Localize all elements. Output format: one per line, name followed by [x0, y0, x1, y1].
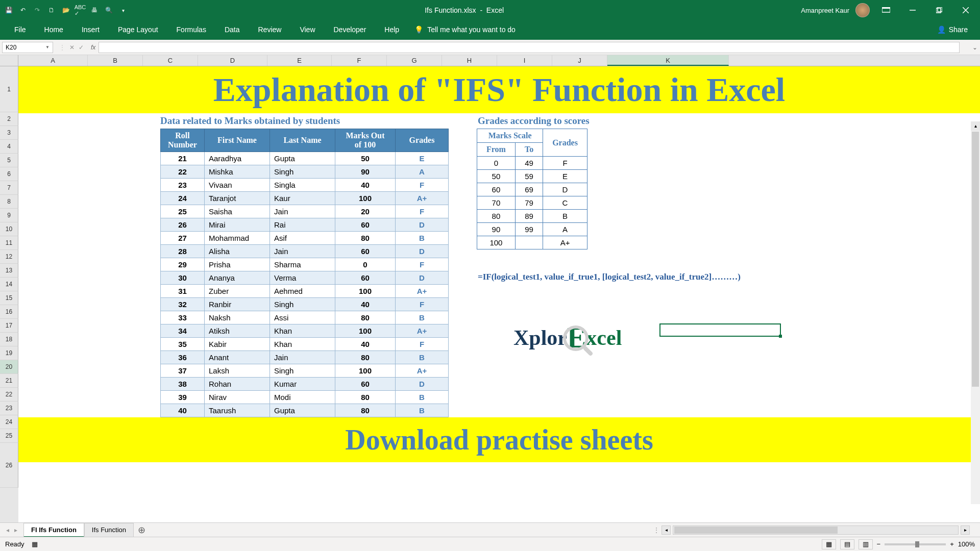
column-header-G[interactable]: G: [387, 55, 442, 66]
row-header-18[interactable]: 18: [0, 333, 18, 346]
row-header-2[interactable]: 2: [0, 112, 18, 126]
quickprint-icon[interactable]: 🖶: [90, 6, 99, 15]
row-header-15[interactable]: 15: [0, 291, 18, 305]
row-header-9[interactable]: 9: [0, 209, 18, 222]
table-row[interactable]: 22MishkaSingh90A: [161, 165, 449, 179]
active-cell-cursor[interactable]: [659, 323, 781, 337]
redo-icon[interactable]: ↷: [33, 6, 42, 15]
row-header-5[interactable]: 5: [0, 154, 18, 167]
table-row[interactable]: 27MohammadAsif80B: [161, 232, 449, 245]
ribbon-tab-page-layout[interactable]: Page Layout: [109, 20, 167, 40]
new-icon[interactable]: 🗋: [47, 6, 56, 15]
sheet-prev-icon[interactable]: ◂: [4, 527, 11, 534]
table-row[interactable]: 32RanbirSingh40F: [161, 298, 449, 311]
table-row[interactable]: 21AaradhyaGupta50E: [161, 152, 449, 165]
table-row[interactable]: 40TaarushGupta80B: [161, 404, 449, 417]
row-header-20[interactable]: 20: [0, 360, 18, 374]
scroll-thumb-h[interactable]: [674, 527, 838, 534]
name-box[interactable]: K20 ▼: [2, 42, 53, 53]
table-row[interactable]: 31ZuberAehmed100A+: [161, 285, 449, 298]
formula-input[interactable]: [99, 42, 960, 53]
maximize-icon[interactable]: [929, 3, 949, 18]
row-header-11[interactable]: 11: [0, 236, 18, 250]
row-header-22[interactable]: 22: [0, 388, 18, 402]
sheet-next-icon[interactable]: ▸: [12, 527, 19, 534]
zoom-out-button[interactable]: −: [877, 540, 881, 548]
table-row[interactable]: 8089B: [477, 210, 587, 223]
table-row[interactable]: 36AnantJain80B: [161, 351, 449, 364]
zoom-slider[interactable]: [885, 543, 946, 545]
table-row[interactable]: 30AnanyaVerma60D: [161, 271, 449, 285]
preview-icon[interactable]: 🔍: [104, 6, 113, 15]
column-header-I[interactable]: I: [497, 55, 552, 66]
save-icon[interactable]: 💾: [4, 6, 13, 15]
row-header-24[interactable]: 24: [0, 415, 18, 429]
row-header-17[interactable]: 17: [0, 319, 18, 333]
page-break-button[interactable]: ▥: [859, 539, 873, 549]
row-header-13[interactable]: 13: [0, 264, 18, 278]
table-row[interactable]: 6069D: [477, 183, 587, 196]
table-row[interactable]: 23VivaanSingla40F: [161, 179, 449, 192]
cancel-formula-icon[interactable]: ✕: [69, 44, 75, 51]
user-name[interactable]: Amanpreet Kaur: [801, 7, 849, 14]
table-row[interactable]: 049F: [477, 157, 587, 170]
ribbon-tab-data[interactable]: Data: [215, 20, 249, 40]
normal-view-button[interactable]: ▦: [822, 539, 836, 549]
ribbon-tab-home[interactable]: Home: [35, 20, 72, 40]
zoom-thumb[interactable]: [915, 541, 919, 547]
row-header-26[interactable]: 26: [0, 443, 18, 488]
column-header-J[interactable]: J: [552, 55, 607, 66]
expand-formula-icon[interactable]: ⌄: [970, 44, 980, 51]
row-header-14[interactable]: 14: [0, 278, 18, 291]
row-header-3[interactable]: 3: [0, 126, 18, 140]
ribbon-tab-view[interactable]: View: [290, 20, 324, 40]
table-row[interactable]: 5059E: [477, 170, 587, 183]
row-header-21[interactable]: 21: [0, 374, 18, 388]
table-row[interactable]: 29PrishaSharma0F: [161, 258, 449, 271]
qat-dropdown-icon[interactable]: ▾: [118, 6, 128, 15]
row-header-6[interactable]: 6: [0, 167, 18, 181]
table-row[interactable]: 25SaishaJain20F: [161, 205, 449, 218]
scroll-left-icon[interactable]: ◂: [662, 525, 671, 535]
share-button[interactable]: 👤 Share: [930, 20, 975, 40]
chevron-down-icon[interactable]: ▼: [45, 45, 50, 49]
row-header-8[interactable]: 8: [0, 195, 18, 209]
undo-icon[interactable]: ↶: [18, 6, 28, 15]
scroll-thumb-v[interactable]: [972, 132, 979, 387]
row-header-4[interactable]: 4: [0, 140, 18, 154]
table-row[interactable]: 35KabirKhan40F: [161, 338, 449, 351]
scroll-track-h[interactable]: [673, 525, 959, 535]
enter-formula-icon[interactable]: ✓: [79, 44, 84, 51]
ribbon-tab-review[interactable]: Review: [249, 20, 291, 40]
add-sheet-button[interactable]: ⊕: [134, 522, 150, 538]
row-header-19[interactable]: 19: [0, 346, 18, 360]
table-row[interactable]: 38RohanKumar60D: [161, 378, 449, 391]
spellcheck-icon[interactable]: ABC✓: [76, 6, 85, 15]
row-header-23[interactable]: 23: [0, 402, 18, 415]
column-header-K[interactable]: K: [607, 55, 729, 66]
table-row[interactable]: 39NiravModi80B: [161, 391, 449, 404]
table-row[interactable]: 26MiraiRai60D: [161, 218, 449, 232]
ribbon-tab-developer[interactable]: Developer: [325, 20, 376, 40]
column-header-C[interactable]: C: [143, 55, 198, 66]
ribbon-tab-help[interactable]: Help: [375, 20, 408, 40]
table-row[interactable]: 33NakshAssi80B: [161, 311, 449, 324]
vertical-scrollbar[interactable]: ▴: [971, 121, 980, 504]
select-all-corner[interactable]: [0, 55, 18, 66]
minimize-icon[interactable]: [902, 3, 923, 18]
row-header-7[interactable]: 7: [0, 181, 18, 195]
table-row[interactable]: 100A+: [477, 236, 587, 249]
column-header-H[interactable]: H: [442, 55, 497, 66]
table-row[interactable]: 37LakshSingh100A+: [161, 364, 449, 378]
macro-recorder-icon[interactable]: ▦: [32, 540, 38, 548]
cells-area[interactable]: Explanation of "IFS" Function in Excel D…: [18, 66, 980, 533]
column-header-D[interactable]: D: [198, 55, 267, 66]
sheet-tab[interactable]: FI Ifs Function: [23, 523, 84, 537]
ribbon-tab-insert[interactable]: Insert: [72, 20, 109, 40]
table-row[interactable]: 34AtikshKhan100A+: [161, 324, 449, 338]
column-header-F[interactable]: F: [332, 55, 387, 66]
row-header-12[interactable]: 12: [0, 250, 18, 264]
page-layout-button[interactable]: ▤: [840, 539, 854, 549]
scroll-up-icon[interactable]: ▴: [971, 121, 980, 131]
fx-button[interactable]: fx: [88, 44, 99, 51]
